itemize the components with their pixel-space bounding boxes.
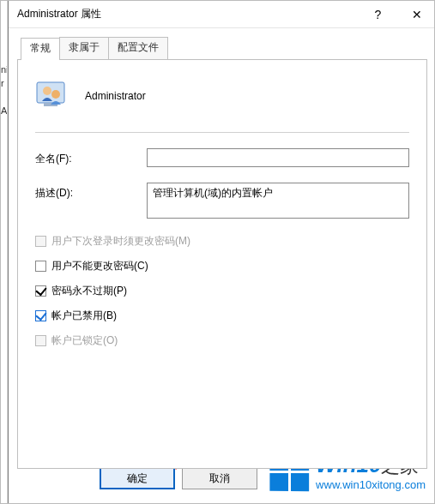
background-sliver: nir r A xyxy=(1,1,8,504)
divider xyxy=(35,132,409,133)
fullname-input[interactable] xyxy=(147,148,409,167)
tab-general[interactable]: 常规 xyxy=(21,38,60,60)
check-label: 帐户已禁用(B) xyxy=(51,309,117,323)
account-header: Administrator xyxy=(35,79,409,110)
check-label: 帐户已锁定(O) xyxy=(51,333,118,348)
titlebar: Administrator 属性 ? ✕ xyxy=(9,1,435,28)
ok-button[interactable]: 确定 xyxy=(100,467,175,489)
check-locked-out: 帐户已锁定(O) xyxy=(35,333,409,348)
description-label: 描述(D): xyxy=(35,183,147,201)
check-cannot-change[interactable]: 用户不能更改密码(C) xyxy=(35,259,409,273)
general-tab-pane: Administrator 全名(F): 描述(D): 管理计算机(域)的内置帐… xyxy=(17,59,427,469)
check-label: 用户下次登录时须更改密码(M) xyxy=(51,234,190,249)
window-title: Administrator 属性 xyxy=(9,7,359,21)
check-label: 密码永不过期(P) xyxy=(51,284,127,298)
checkbox-group: 用户下次登录时须更改密码(M) 用户不能更改密码(C) 密码永不过期(P) 帐户… xyxy=(35,234,409,348)
fullname-row: 全名(F): xyxy=(35,148,409,167)
account-display-name: Administrator xyxy=(85,87,146,102)
tab-member-of[interactable]: 隶属于 xyxy=(59,37,109,59)
checkbox-icon[interactable] xyxy=(35,310,46,321)
description-row: 描述(D): 管理计算机(域)的内置帐户 xyxy=(35,183,409,219)
check-must-change: 用户下次登录时须更改密码(M) xyxy=(35,234,409,249)
svg-point-3 xyxy=(51,90,60,99)
user-icon xyxy=(35,79,66,110)
checkbox-icon xyxy=(35,335,46,346)
cancel-button[interactable]: 取消 xyxy=(182,467,257,489)
checkbox-icon[interactable] xyxy=(35,261,46,272)
check-account-disabled[interactable]: 帐户已禁用(B) xyxy=(35,309,409,323)
help-button[interactable]: ? xyxy=(359,1,397,28)
properties-dialog: Administrator 属性 ? ✕ 常规 隶属于 配置文件 xyxy=(8,1,435,504)
svg-point-2 xyxy=(43,87,51,95)
tab-area: 常规 隶属于 配置文件 Administrator xyxy=(9,28,435,469)
check-never-expires[interactable]: 密码永不过期(P) xyxy=(35,284,409,298)
checkbox-icon xyxy=(35,236,46,247)
close-button[interactable]: ✕ xyxy=(397,1,435,28)
tab-profile[interactable]: 配置文件 xyxy=(108,37,168,59)
check-label: 用户不能更改密码(C) xyxy=(51,259,148,273)
fullname-label: 全名(F): xyxy=(35,148,147,166)
description-input[interactable]: 管理计算机(域)的内置帐户 xyxy=(147,183,409,219)
checkbox-icon[interactable] xyxy=(35,285,46,297)
tab-strip: 常规 隶属于 配置文件 xyxy=(21,37,427,59)
